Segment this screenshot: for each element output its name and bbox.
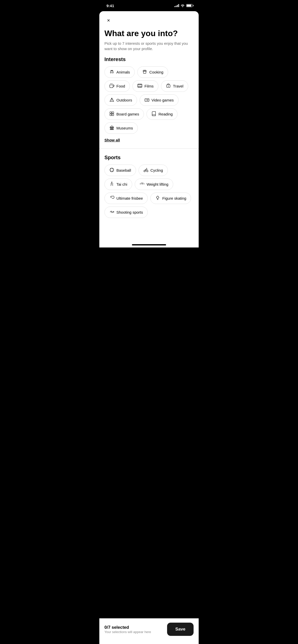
- chip-tai-chi[interactable]: Tai chi: [104, 179, 132, 190]
- svg-point-22: [146, 170, 148, 172]
- svg-rect-13: [110, 112, 112, 114]
- figure-skating-icon: [155, 195, 160, 201]
- chip-tai-chi-label: Tai chi: [116, 182, 127, 186]
- chip-cooking-label: Cooking: [149, 70, 163, 74]
- svg-rect-10: [145, 99, 149, 101]
- sports-section-title: Sports: [104, 155, 194, 160]
- title-section: What are you into? Pick up to 7 interest…: [99, 24, 199, 56]
- svg-rect-17: [110, 127, 111, 130]
- interests-section-title: Interests: [104, 56, 194, 62]
- svg-point-23: [112, 182, 112, 183]
- chip-frisbee-label: Ultimate frisbee: [116, 196, 143, 200]
- chip-shooting-sports[interactable]: Shooting sports: [104, 207, 148, 218]
- chip-figure-skating[interactable]: Figure skating: [150, 193, 191, 204]
- battery-icon: [186, 4, 193, 7]
- museums-icon: [109, 125, 114, 131]
- svg-rect-14: [112, 112, 114, 114]
- svg-point-11: [147, 100, 148, 100]
- home-indicator: [132, 244, 166, 245]
- svg-point-24: [113, 212, 114, 212]
- chip-baseball-label: Baseball: [116, 168, 131, 172]
- chip-video-games-label: Video games: [152, 98, 174, 102]
- status-icons: [174, 4, 193, 7]
- svg-rect-6: [138, 84, 142, 87]
- status-time: 9:41: [106, 4, 114, 8]
- chip-cycling[interactable]: Cycling: [139, 165, 168, 176]
- chip-museums[interactable]: Museums: [104, 122, 138, 134]
- food-icon: [109, 83, 114, 89]
- sports-section: Sports Baseball: [99, 155, 199, 218]
- baseball-icon: [109, 167, 114, 173]
- signal-icon: [174, 4, 179, 7]
- svg-point-20: [110, 168, 114, 172]
- show-all-button[interactable]: Show all: [104, 138, 120, 142]
- travel-icon: [166, 83, 171, 89]
- chip-animals[interactable]: Animals: [104, 66, 135, 78]
- chip-cycling-label: Cycling: [151, 168, 163, 172]
- status-bar: 9:41: [99, 0, 199, 11]
- chip-reading[interactable]: Reading: [146, 108, 178, 120]
- wifi-icon: [181, 4, 185, 7]
- chip-ultimate-frisbee[interactable]: Ultimate frisbee: [104, 193, 148, 204]
- svg-point-21: [144, 170, 145, 172]
- chip-baseball[interactable]: Baseball: [104, 165, 136, 176]
- page-subtitle: Pick up to 7 interests or sports you enj…: [104, 41, 194, 51]
- page-title: What are you into?: [104, 28, 194, 38]
- chip-travel[interactable]: Travel: [161, 80, 188, 92]
- chip-video-games[interactable]: Video games: [140, 94, 179, 106]
- chip-outdoors-label: Outdoors: [116, 98, 132, 102]
- cooking-icon: [142, 69, 147, 75]
- cycling-icon: [143, 167, 148, 173]
- phone-frame: 9:41 × What are you into? Pick up to 7 i…: [99, 0, 199, 247]
- svg-point-12: [147, 100, 148, 101]
- video-games-icon: [144, 97, 150, 103]
- svg-rect-18: [112, 127, 112, 130]
- chip-board-games[interactable]: Board games: [104, 108, 144, 120]
- animals-icon: [109, 69, 114, 75]
- chip-films[interactable]: Films: [132, 80, 158, 92]
- chip-reading-label: Reading: [158, 112, 173, 116]
- shooting-sports-icon: [109, 209, 114, 215]
- interests-chips: Animals Cooking: [104, 66, 194, 134]
- outdoors-icon: [109, 97, 114, 103]
- chip-films-label: Films: [144, 84, 154, 88]
- chip-weight-lifting-label: Weight lifting: [147, 182, 169, 186]
- chip-shooting-sports-label: Shooting sports: [116, 210, 143, 214]
- svg-rect-15: [110, 114, 112, 116]
- board-games-icon: [109, 111, 114, 117]
- frisbee-icon: [109, 195, 114, 201]
- chip-cooking[interactable]: Cooking: [137, 66, 168, 78]
- tai-chi-icon: [109, 181, 114, 187]
- chip-food-label: Food: [116, 84, 125, 88]
- chip-museums-label: Museums: [116, 126, 133, 130]
- chip-food[interactable]: Food: [104, 80, 130, 92]
- main-content: × What are you into? Pick up to 7 intere…: [99, 11, 199, 247]
- svg-rect-19: [113, 127, 113, 130]
- chip-travel-label: Travel: [173, 84, 183, 88]
- reading-icon: [151, 111, 156, 117]
- chip-animals-label: Animals: [116, 70, 130, 74]
- films-icon: [137, 83, 142, 89]
- chip-figure-skating-label: Figure skating: [162, 196, 186, 200]
- header-bar: ×: [99, 11, 199, 24]
- sports-chips: Baseball Cycling: [104, 165, 194, 218]
- chip-weight-lifting[interactable]: Weight lifting: [135, 179, 173, 190]
- section-divider: [99, 148, 199, 149]
- close-button[interactable]: ×: [104, 16, 113, 24]
- interests-section: Interests Animals: [99, 56, 199, 148]
- chip-board-games-label: Board games: [116, 112, 139, 116]
- chip-outdoors[interactable]: Outdoors: [104, 94, 137, 106]
- svg-rect-16: [112, 114, 114, 116]
- weight-lifting-icon: [140, 181, 145, 187]
- svg-rect-2: [143, 71, 146, 71]
